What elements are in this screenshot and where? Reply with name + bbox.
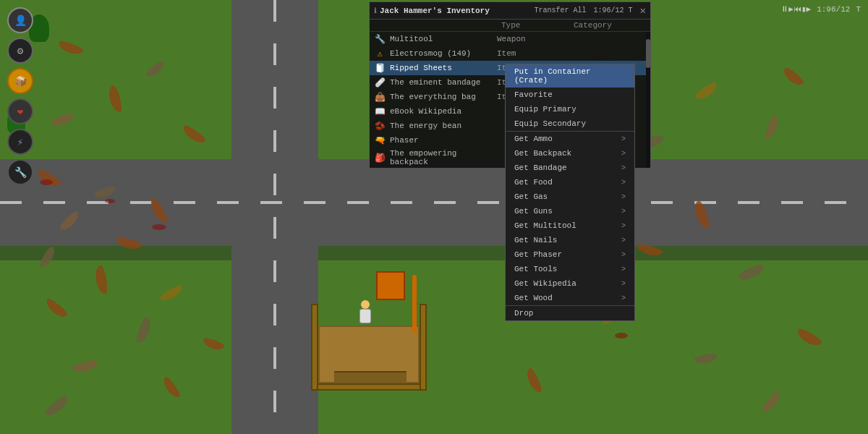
arrow-icon-get-wikipedia: > <box>621 280 626 288</box>
context-item-get-wood[interactable]: Get Wood > <box>506 291 634 305</box>
hud-icon-energy[interactable]: ⚡ <box>7 129 33 155</box>
hud-type: T <box>856 5 861 14</box>
fort-wall-left <box>311 304 318 391</box>
fort-wall-right <box>420 304 427 391</box>
inventory-column-headers: Type Category <box>370 20 650 32</box>
col-header-name <box>374 21 501 30</box>
hud-icon-health[interactable]: ❤ <box>7 98 33 124</box>
context-label-get-food: Get Food <box>514 178 553 187</box>
col-header-category: Category <box>574 21 646 30</box>
context-item-equip-primary[interactable]: Equip Primary <box>506 102 634 116</box>
context-item-get-food[interactable]: Get Food > <box>506 175 634 190</box>
context-label-get-multitool: Get Multitool <box>514 221 576 230</box>
context-item-get-wikipedia[interactable]: Get Wikipedia > <box>506 276 634 291</box>
item-name-phaser: Phaser <box>390 136 493 145</box>
arrow-icon-get-tools: > <box>621 265 626 273</box>
pole <box>412 275 417 333</box>
item-name-electrosmog: Electrosmog (149) <box>390 49 493 58</box>
weight-info: 1:96/12 T <box>594 7 633 14</box>
fort-platform <box>318 326 420 383</box>
item-name-everything-bag: The everything bag <box>390 93 493 101</box>
item-type-electrosmog: Item <box>497 49 569 58</box>
item-name-ripped-sheets: Ripped Sheets <box>390 64 493 72</box>
context-label-get-ammo: Get Ammo <box>514 135 553 143</box>
orange-box <box>376 271 405 300</box>
context-item-put-in-container[interactable]: Put in Container (Crate) <box>506 64 634 88</box>
context-menu: Put in Container (Crate) Favorite Equip … <box>505 64 635 321</box>
arrow-icon-get-gas: > <box>621 193 626 201</box>
hud-left-panel: 👤 ⚙ 📦 ❤ ⚡ 🔧 <box>7 7 33 185</box>
item-type-multitool: Weapon <box>497 35 569 43</box>
item-icon-everything-bag: 👜 <box>374 91 386 103</box>
context-label-equip-secondary: Equip Secondary <box>514 119 586 128</box>
hud-icon-gear[interactable]: ⚙ <box>7 38 33 64</box>
item-icon-ripped-sheets: 🧻 <box>374 62 386 74</box>
context-label-get-tools: Get Tools <box>514 265 557 273</box>
context-label-get-guns: Get Guns <box>514 207 553 216</box>
inventory-item-multitool[interactable]: 🔧 Multitool Weapon <box>370 32 650 46</box>
item-icon-ebook-wikipedia: 📖 <box>374 106 386 117</box>
item-icon-empowering-backpack: 🎒 <box>374 152 386 163</box>
item-icon-phaser: 🔫 <box>374 135 386 146</box>
fort-step <box>334 371 407 382</box>
inventory-scrollbar[interactable] <box>646 32 650 168</box>
player-character <box>358 300 373 322</box>
context-item-get-nails[interactable]: Get Nails > <box>506 233 634 247</box>
context-label-get-wikipedia: Get Wikipedia <box>514 279 576 288</box>
context-label-favorite: Favorite <box>514 90 553 99</box>
arrow-icon-get-multitool: > <box>621 222 626 230</box>
context-item-get-phaser[interactable]: Get Phaser > <box>506 247 634 262</box>
arrow-icon-get-bandage: > <box>621 164 626 172</box>
blood-splatter <box>105 199 115 203</box>
context-label-put-in-container: Put in Container (Crate) <box>514 67 626 85</box>
blood-splatter <box>40 179 53 185</box>
context-item-get-ammo[interactable]: Get Ammo > <box>506 131 634 146</box>
inventory-item-electrosmog[interactable]: ⚠ Electrosmog (149) Item <box>370 46 650 61</box>
arrow-icon-get-backpack: > <box>621 150 626 158</box>
blood-splatter <box>615 333 628 339</box>
context-label-get-wood: Get Wood <box>514 294 553 302</box>
arrow-icon-get-phaser: > <box>621 251 626 259</box>
context-label-get-bandage: Get Bandage <box>514 163 567 172</box>
arrow-icon-get-ammo: > <box>621 135 626 143</box>
inventory-info-icon: ℹ <box>374 7 377 15</box>
hud-top-right: ⏸▶⏮▮▶ 1:96/12 T <box>780 4 861 14</box>
col-header-type: Type <box>501 21 574 30</box>
item-icon-multitool: 🔧 <box>374 33 386 45</box>
context-label-get-gas: Get Gas <box>514 192 548 201</box>
hud-icon-bag[interactable]: 📦 <box>7 68 33 94</box>
item-name-eminent-bandage: The eminent bandage <box>390 78 493 87</box>
item-icon-energy-bean: 🫘 <box>374 120 386 132</box>
context-item-get-bandage[interactable]: Get Bandage > <box>506 161 634 175</box>
context-item-get-gas[interactable]: Get Gas > <box>506 190 634 204</box>
player-head <box>361 300 370 309</box>
context-item-get-tools[interactable]: Get Tools > <box>506 262 634 276</box>
context-label-get-nails: Get Nails <box>514 236 557 244</box>
hud-icon-tool[interactable]: 🔧 <box>7 159 33 185</box>
item-icon-electrosmog: ⚠ <box>374 48 386 59</box>
item-name-empowering-backpack: The empowering backpack <box>390 149 493 166</box>
fort-wall-bottom <box>311 383 427 391</box>
context-label-get-backpack: Get Backpack <box>514 149 571 158</box>
context-item-get-multitool[interactable]: Get Multitool > <box>506 218 634 233</box>
transfer-all-button[interactable]: Transfer All <box>535 7 587 14</box>
item-name-ebook-wikipedia: eBook Wikipedia <box>390 107 493 116</box>
close-button[interactable]: ✕ <box>640 4 646 17</box>
item-name-multitool: Multitool <box>390 35 493 43</box>
arrow-icon-get-guns: > <box>621 208 626 216</box>
context-item-get-guns[interactable]: Get Guns > <box>506 204 634 218</box>
hud-stat-icons: ⏸▶⏮▮▶ <box>780 4 811 14</box>
road-center-line-v <box>273 0 276 434</box>
context-item-drop[interactable]: Drop <box>506 305 634 320</box>
context-item-get-backpack[interactable]: Get Backpack > <box>506 146 634 161</box>
context-label-equip-primary: Equip Primary <box>514 105 576 114</box>
item-icon-eminent-bandage: 🩹 <box>374 77 386 88</box>
hud-icon-character[interactable]: 👤 <box>7 7 33 33</box>
scrollbar-thumb[interactable] <box>646 39 650 68</box>
hud-weight: 1:96/12 <box>817 5 850 14</box>
item-name-energy-bean: The energy bean <box>390 122 493 130</box>
context-item-equip-secondary[interactable]: Equip Secondary <box>506 116 634 131</box>
context-item-favorite[interactable]: Favorite <box>506 88 634 102</box>
arrow-icon-get-nails: > <box>621 237 626 244</box>
context-label-get-phaser: Get Phaser <box>514 250 562 259</box>
